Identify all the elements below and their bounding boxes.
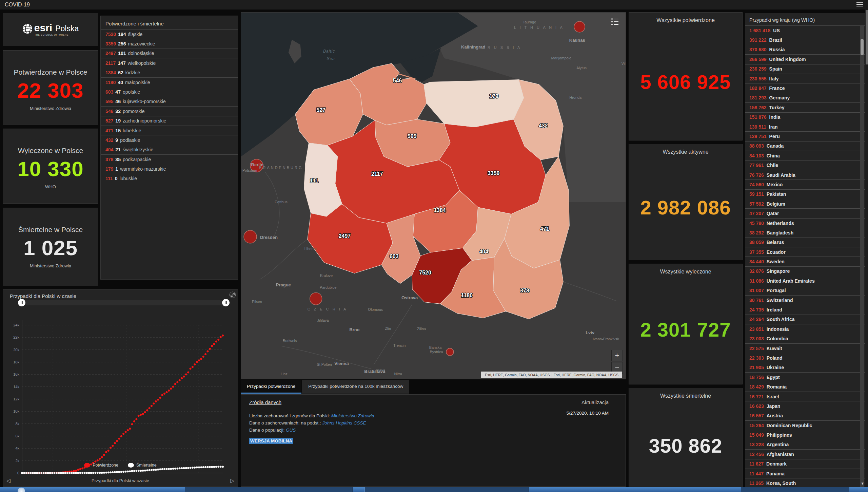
- slider-handle-left[interactable]: [18, 299, 25, 306]
- country-row[interactable]: 76 726Saudi Arabia: [745, 170, 865, 179]
- voivodeship-row[interactable]: 2497101dolnośląskie: [101, 49, 238, 58]
- scrollbar-thumb[interactable]: [861, 39, 864, 55]
- country-row[interactable]: 129 751Peru: [745, 131, 865, 141]
- page-scrollbar[interactable]: [865, 10, 868, 487]
- map-panel[interactable]: L I T H U A N I AR U S S I ABRANDENBURGC…: [241, 12, 626, 379]
- country-row[interactable]: 88 093Canada: [745, 141, 865, 151]
- voivodeship-row[interactable]: 54632pomorskie: [101, 106, 238, 116]
- country-row[interactable]: 77 961Chile: [745, 160, 865, 170]
- voivodeship-row[interactable]: 2117147wielkopolskie: [101, 58, 238, 68]
- country-row[interactable]: 57 592Belgium: [745, 199, 865, 208]
- scroll-down-icon[interactable]: ▾: [861, 481, 864, 486]
- tab-przypadki-potwierdzone[interactable]: Przypadki potwierdzone: [241, 380, 301, 394]
- voivodeship-row[interactable]: 138462łódzkie: [101, 68, 238, 77]
- country-row[interactable]: 1 681 418US: [745, 25, 865, 35]
- country-row[interactable]: 15 049Philippines: [745, 430, 865, 439]
- voivodeship-row[interactable]: 1791warmińsko-mazurskie: [101, 164, 238, 173]
- source-link[interactable]: Ministerstwo Zdrowia: [331, 413, 374, 418]
- country-row[interactable]: 22 303Poland: [745, 353, 865, 362]
- esri-logo: esri Polska THE SCIENCE OF WHERE: [22, 23, 79, 36]
- source-link[interactable]: GUS: [286, 428, 296, 433]
- voivodeship-row[interactable]: 40421świętokrzyskie: [101, 145, 238, 154]
- country-row[interactable]: 16 623Japan: [745, 401, 865, 411]
- country-row[interactable]: 38 059Belarus: [745, 238, 865, 247]
- voivodeship-row[interactable]: 1110lubuskie: [101, 174, 238, 183]
- country-row[interactable]: 15 264Dominican Republic: [745, 420, 865, 430]
- country-row[interactable]: 24 735Ireland: [745, 305, 865, 314]
- voivodeship-row[interactable]: 47115lubelskie: [101, 126, 238, 135]
- country-row[interactable]: 266 599United Kingdom: [745, 54, 865, 64]
- start-orb-icon[interactable]: [18, 488, 25, 492]
- country-list-panel: Przypadki wg kraju (wg WHO) 1 681 418US3…: [745, 13, 865, 492]
- voivodeship-row[interactable]: 4329podlaskie: [101, 135, 238, 145]
- country-row[interactable]: 21 905Ukraine: [745, 363, 865, 372]
- case-cluster-marker[interactable]: [446, 348, 454, 356]
- voivodeship-row[interactable]: 7520194śląskie: [101, 29, 238, 39]
- country-row[interactable]: 11 265Korea, South: [745, 478, 865, 488]
- country-row[interactable]: 18 429Romania: [745, 382, 865, 391]
- time-range-slider[interactable]: [19, 300, 229, 305]
- country-row[interactable]: 182 847France: [745, 83, 865, 93]
- country-row[interactable]: 181 293Germany: [745, 93, 865, 102]
- country-row[interactable]: 31 086United Arab Emirates: [745, 276, 865, 285]
- country-row[interactable]: 34 440Sweden: [745, 257, 865, 266]
- tab-przypadki-na-100k[interactable]: Przypadki potwierdzone na 100k mieszkańc…: [302, 380, 409, 394]
- voivodeship-row[interactable]: 60347opolskie: [101, 87, 238, 96]
- carousel-left-icon[interactable]: ◁: [6, 478, 11, 484]
- country-row[interactable]: 47 207Qatar: [745, 208, 865, 218]
- country-row[interactable]: 30 761Switzerland: [745, 295, 865, 305]
- voivodeship-row[interactable]: 118040małopolskie: [101, 77, 238, 87]
- page-scrollbar-thumb[interactable]: [866, 10, 868, 64]
- country-row[interactable]: 230 555Italy: [745, 74, 865, 83]
- voivodeship-row[interactable]: 52719zachodniopomorskie: [101, 116, 238, 126]
- country-row[interactable]: 24 264South Africa: [745, 315, 865, 324]
- country-row[interactable]: 139 511Iran: [745, 122, 865, 131]
- country-row[interactable]: 11 627Denmark: [745, 459, 865, 469]
- country-name: Ecuador: [767, 249, 786, 255]
- case-cluster-marker[interactable]: [310, 292, 322, 305]
- legend-item[interactable]: Śmiertelne: [128, 463, 157, 468]
- country-row[interactable]: 23 851Indonesia: [745, 324, 865, 334]
- voivodeship-row[interactable]: 37835podkarpackie: [101, 154, 238, 164]
- country-row[interactable]: 13 228Argentina: [745, 440, 865, 449]
- country-row[interactable]: 23 003Colombia: [745, 334, 865, 343]
- case-cluster-marker[interactable]: [244, 230, 257, 243]
- country-list-scrollbar[interactable]: [860, 26, 864, 490]
- country-row[interactable]: 37 355Ecuador: [745, 247, 865, 257]
- country-row[interactable]: 151 876India: [745, 112, 865, 122]
- country-row[interactable]: 45 780Netherlands: [745, 218, 865, 228]
- expand-icon[interactable]: [229, 291, 236, 299]
- menu-icon[interactable]: [856, 2, 863, 7]
- country-row[interactable]: 16 771Israel: [745, 392, 865, 401]
- map-zoom-in-button[interactable]: +: [611, 350, 623, 361]
- country-row[interactable]: 158 762Turkey: [745, 102, 865, 112]
- country-row[interactable]: 16 557Austria: [745, 411, 865, 420]
- country-row[interactable]: 59 151Pakistan: [745, 189, 865, 199]
- taskbar-window[interactable]: [185, 487, 353, 492]
- country-row[interactable]: 18 756Egypt: [745, 372, 865, 382]
- country-row[interactable]: 22 575Kuwait: [745, 343, 865, 353]
- country-row[interactable]: 84 103China: [745, 151, 865, 160]
- voivodeship-row[interactable]: 59546kujawsko-pomorskie: [101, 97, 238, 106]
- slider-handle-right[interactable]: [222, 299, 230, 306]
- taskbar-window[interactable]: [364, 487, 529, 492]
- taskbar-window[interactable]: [741, 487, 849, 492]
- case-cluster-marker[interactable]: [574, 21, 585, 32]
- country-row[interactable]: 11 447Panama: [745, 469, 865, 478]
- voivodeship-row[interactable]: 3359256mazowieckie: [101, 39, 238, 48]
- country-row[interactable]: 74 560Mexico: [745, 179, 865, 189]
- country-row[interactable]: 236 259Spain: [745, 64, 865, 74]
- windows-taskbar[interactable]: [0, 487, 868, 492]
- country-row[interactable]: 38 292Bangladesh: [745, 228, 865, 237]
- source-link[interactable]: Johns Hopkins CSSE: [322, 420, 366, 425]
- legend-item[interactable]: Potwierdzone: [84, 463, 118, 468]
- country-row[interactable]: 31 007Portugal: [745, 286, 865, 295]
- country-row[interactable]: 12 456Afghanistan: [745, 449, 865, 459]
- mobile-version-link[interactable]: WERSJA MOBILNA: [249, 438, 293, 444]
- country-row[interactable]: 391 222Brazil: [745, 35, 865, 44]
- country-row[interactable]: 370 680Russia: [745, 45, 865, 54]
- carousel-right-icon[interactable]: ▷: [230, 478, 234, 484]
- map-legend-icon[interactable]: [610, 17, 620, 27]
- country-row[interactable]: 32 876Singapore: [745, 266, 865, 276]
- poland-choropleth-map[interactable]: L I T H U A N I AR U S S I ABRANDENBURGC…: [241, 13, 626, 379]
